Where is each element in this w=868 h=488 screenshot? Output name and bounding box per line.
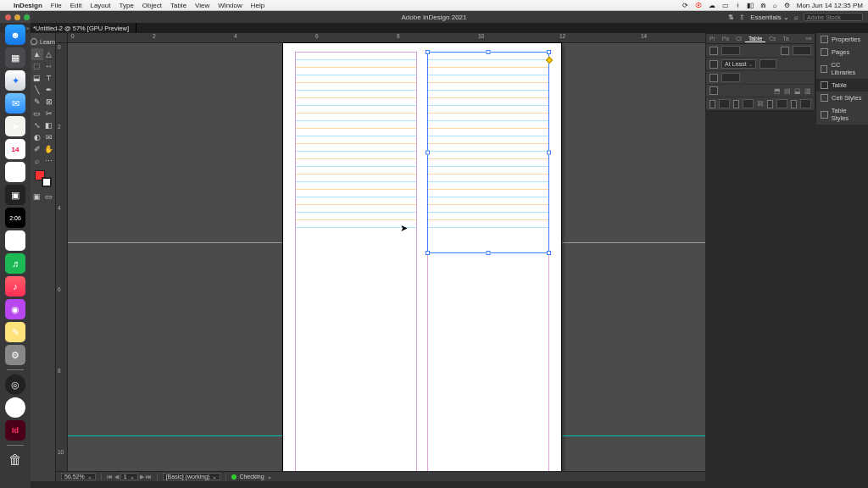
status-icon-search[interactable]: ⌕ [773,2,777,9]
tool-type[interactable]: T [43,72,55,84]
tool-hand[interactable]: ✋ [43,143,55,155]
cols-field[interactable] [793,46,811,55]
panel-properties[interactable]: Properties [816,33,868,46]
rows-field[interactable] [721,46,740,55]
tool-line[interactable]: ╲ [31,84,43,96]
row-height-mode[interactable]: At Least⌄ [721,59,756,69]
menubar-clock[interactable]: Mon Jun 14 12:35 PM [797,2,863,9]
dock-reminders[interactable]: ☑︎ [5,230,25,251]
panel-tab-table[interactable]: Table [745,36,765,42]
last-page-icon[interactable]: ⏭ [146,474,152,480]
dock-spotify[interactable]: ♬ [5,253,25,274]
page-navigator[interactable]: ⏮ ◀ 1⌄ ▶ ⏭ [107,473,152,480]
dock-podcasts[interactable]: ◉ [5,299,25,319]
inset-right[interactable] [800,99,811,108]
dock-video[interactable]: ▣ [5,185,25,205]
handle-mid-bottom[interactable] [487,251,491,255]
menu-table[interactable]: Table [170,2,186,9]
page[interactable] [283,43,561,481]
status-icon-sync[interactable]: ⟳ [682,2,688,9]
tool-gradient-swatch[interactable]: ◧ [43,119,55,131]
tool-gradient-feather[interactable]: ◐ [31,131,43,143]
table-frame-left[interactable] [296,53,416,228]
dock-calendar[interactable]: 14 [5,139,25,159]
tool-page[interactable]: ⬚ [31,60,43,72]
panel-tab-cs[interactable]: Cs [765,36,779,42]
panel-tab-pr[interactable]: Pr [706,36,719,42]
tool-pencil[interactable]: ✎ [31,96,43,108]
first-page-icon[interactable]: ⏮ [107,474,113,480]
handle-top-right[interactable] [547,50,551,54]
handle-mid-left[interactable] [426,151,430,155]
menu-type[interactable]: Type [120,2,134,9]
selection-frame[interactable] [427,52,549,253]
pasteboard[interactable]: ➤ [68,43,705,471]
dock-maps[interactable]: ➤ [5,116,25,136]
tool-content-collector[interactable]: ⬓ [31,72,43,84]
tool-selection[interactable]: ▲ [31,48,43,60]
handle-mid-right[interactable] [547,151,551,155]
tool-gap[interactable]: ↔ [43,60,55,72]
ruler-origin[interactable] [56,33,68,43]
link-insets-icon[interactable]: ⛓ [757,100,764,108]
search-icon[interactable]: ⌕ [794,14,798,21]
menu-window[interactable]: Window [218,2,242,9]
style-dropdown[interactable]: [Basic] (working)⌄ [163,473,221,480]
tool-swatches[interactable] [35,170,52,187]
dock-safari[interactable]: ✦ [5,70,25,91]
tool-scissors[interactable]: ✂︎ [43,108,55,119]
handle-mid-top[interactable] [487,50,491,54]
document-tab[interactable]: × *Untitled-2 @ 57% [GPU Preview] [14,23,136,33]
dock-indesign[interactable]: Id [5,420,25,441]
zoom-dropdown[interactable]: 56.52%⌄ [61,473,96,480]
tool-view-mode[interactable]: ▣ [31,191,43,202]
handle-bottom-left[interactable] [426,251,430,255]
panel-table-styles[interactable]: Table Styles [816,104,868,125]
status-icon-cc[interactable]: ☁︎ [709,2,715,9]
stock-search[interactable]: Adobe Stock [804,13,863,21]
share-icon[interactable]: ⇪ [739,14,745,21]
inset-bottom[interactable] [776,99,787,108]
align-top-icon[interactable]: ⬒ [774,87,781,95]
panel-tab-pa[interactable]: Pa [719,36,732,42]
tool-note[interactable]: ✉︎ [43,131,55,143]
row-height-field[interactable] [760,59,776,69]
dock-finder[interactable]: ☻ [5,25,25,45]
menu-edit[interactable]: Edit [70,2,82,9]
sync-settings-icon[interactable]: ⇅ [728,14,734,21]
handle-top-left[interactable] [426,50,430,54]
next-page-icon[interactable]: ▶ [140,474,144,480]
stroke-swatch[interactable] [42,177,52,187]
panel-tab-ct[interactable]: Ct [732,36,745,42]
app-menu[interactable]: InDesign [14,2,42,9]
write-dir-icon[interactable] [709,86,718,95]
dock-sysprefs[interactable]: ⚙︎ [5,345,25,365]
menu-view[interactable]: View [195,2,209,9]
status-icon-adobe[interactable]: ⦿ [695,2,702,9]
status-icon-bluetooth[interactable]: ᚼ [736,2,740,9]
tool-free-transform[interactable]: ⤡ [31,119,43,131]
panel-pages[interactable]: Pages [816,46,868,58]
tool-eyedropper[interactable]: ✐ [31,143,43,155]
inset-left[interactable] [743,99,754,108]
dock-notes[interactable]: ✎ [5,322,25,342]
menu-layout[interactable]: Layout [90,2,110,9]
dock-photos[interactable]: ✿ [5,162,25,182]
ruler-horizontal[interactable]: 0 2 4 6 8 10 12 14 16 [68,33,705,43]
tool-rect-frame[interactable]: ⊠ [43,96,55,108]
align-just-icon[interactable]: ▥ [804,87,811,95]
align-bot-icon[interactable]: ⬓ [794,87,801,95]
learn-button[interactable]: Learn [31,36,55,48]
ruler-vertical[interactable]: 0 2 4 6 8 10 [56,43,68,471]
status-icon-battery[interactable]: ▮▯ [747,2,754,9]
dock-obs[interactable]: ◎ [5,374,25,395]
menu-help[interactable]: Help [251,2,264,9]
menu-file[interactable]: File [51,2,62,9]
tool-zoom[interactable]: ⌕ [31,155,43,167]
workspace-switcher[interactable]: Essentials ⌄ [750,14,789,21]
handle-bottom-right[interactable] [547,251,551,255]
dock-mail[interactable]: ✉︎ [5,93,25,114]
live-corner-widget[interactable] [546,57,553,64]
dock-chrome[interactable]: ◕ [5,397,25,418]
dock-clock[interactable]: 2:06 [5,208,25,228]
